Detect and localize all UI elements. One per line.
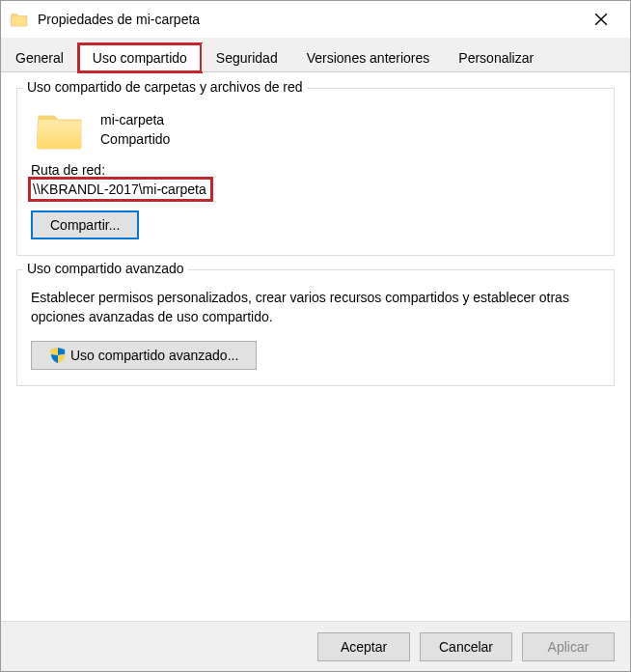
folder-status: Compartido bbox=[100, 130, 170, 150]
network-path-label: Ruta de red: bbox=[31, 162, 600, 178]
cancel-button[interactable]: Cancelar bbox=[420, 632, 512, 661]
tab-previous-versions[interactable]: Versiones anteriores bbox=[292, 43, 445, 71]
advanced-sharing-title: Uso compartido avanzado bbox=[23, 261, 188, 276]
advanced-sharing-button-label: Uso compartido avanzado... bbox=[70, 348, 238, 363]
folder-icon-large bbox=[37, 110, 83, 151]
ok-button[interactable]: Aceptar bbox=[317, 632, 410, 661]
advanced-sharing-button[interactable]: Uso compartido avanzado... bbox=[31, 341, 257, 370]
shield-icon bbox=[49, 347, 67, 364]
window-title: Propiedades de mi-carpeta bbox=[38, 12, 580, 27]
close-button[interactable] bbox=[580, 5, 622, 34]
network-sharing-group: Uso compartido de carpetas y archivos de… bbox=[16, 88, 615, 256]
tab-security[interactable]: Seguridad bbox=[202, 43, 292, 71]
network-path-value[interactable]: \\KBRANDL-2017\mi-carpeta bbox=[31, 180, 210, 199]
tab-customize[interactable]: Personalizar bbox=[444, 43, 548, 71]
advanced-sharing-group: Uso compartido avanzado Establecer permi… bbox=[16, 269, 615, 386]
advanced-sharing-description: Establecer permisos personalizados, crea… bbox=[31, 288, 600, 327]
share-button[interactable]: Compartir... bbox=[31, 210, 139, 239]
dialog-footer: Aceptar Cancelar Aplicar bbox=[1, 621, 630, 671]
folder-info-row: mi-carpeta Compartido bbox=[31, 110, 600, 151]
folder-name: mi-carpeta bbox=[100, 111, 170, 130]
network-sharing-title: Uso compartido de carpetas y archivos de… bbox=[23, 79, 307, 95]
tab-sharing[interactable]: Uso compartido bbox=[78, 43, 202, 72]
apply-button[interactable]: Aplicar bbox=[522, 632, 615, 661]
content-area: Uso compartido de carpetas y archivos de… bbox=[1, 72, 630, 415]
folder-icon bbox=[11, 12, 28, 27]
tab-strip: General Uso compartido Seguridad Version… bbox=[1, 38, 630, 72]
folder-info-text: mi-carpeta Compartido bbox=[100, 111, 170, 149]
titlebar: Propiedades de mi-carpeta bbox=[1, 1, 630, 38]
tab-general[interactable]: General bbox=[1, 43, 78, 71]
